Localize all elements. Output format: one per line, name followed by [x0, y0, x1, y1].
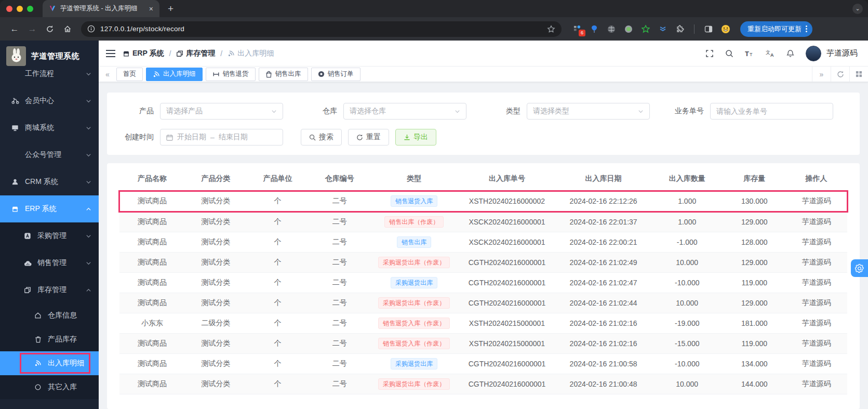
- new-tab-button[interactable]: +: [168, 3, 173, 15]
- translate-icon[interactable]: 文A: [766, 49, 775, 57]
- window-zoom-button[interactable]: [27, 6, 33, 12]
- cell-qty: -10.000: [651, 353, 724, 374]
- search-icon[interactable]: [725, 49, 733, 58]
- sidebar-item-工作流程[interactable]: 工作流程: [0, 68, 99, 87]
- cell-warehouse: 二号: [309, 191, 370, 212]
- window-minimize-button[interactable]: [17, 6, 23, 12]
- table-row[interactable]: 测试商品测试分类个二号采购退货出库CGTH202402160000012024-…: [119, 353, 847, 374]
- breadcrumb-item-库存管理[interactable]: 库存管理: [176, 49, 215, 58]
- cell-operator: 芋道源码: [785, 374, 847, 394]
- expand-right-icon[interactable]: »: [812, 67, 831, 82]
- sidebar-item-库存管理[interactable]: 库存管理: [0, 276, 99, 304]
- breadcrumb-item-ERP 系统[interactable]: ERP 系统: [123, 49, 164, 58]
- tabs-scroll-left-icon[interactable]: «: [99, 70, 116, 78]
- chevron-down-icon: [86, 179, 91, 185]
- back-icon[interactable]: ←: [7, 22, 22, 36]
- cell-warehouse: 二号: [309, 333, 370, 353]
- theme-settings-button[interactable]: [851, 259, 868, 277]
- extension-blocks-icon[interactable]: 6: [572, 24, 582, 34]
- browser-menu-kebab-icon[interactable]: [806, 25, 807, 32]
- page-tab-label: 销售退货: [223, 70, 249, 78]
- biz-no-input[interactable]: [710, 103, 833, 120]
- table-row[interactable]: 测试商品测试分类个二号采购退货出库（作废）CGTH202402160000012…: [119, 293, 847, 313]
- sidebar-item-销售管理[interactable]: 销售管理: [0, 249, 99, 276]
- page-tab-销售订单[interactable]: 销售订单: [311, 68, 360, 81]
- site-info-icon[interactable]: [87, 25, 95, 33]
- sidebar-item-公众号管理[interactable]: 公众号管理: [0, 141, 99, 168]
- sidebar-item-仓库信息[interactable]: 仓库信息: [0, 304, 99, 327]
- table-row[interactable]: 测试商品测试分类个二号采购退货出库CGTH202402160000012024-…: [119, 272, 847, 293]
- green-circle-extension-icon[interactable]: [623, 24, 634, 34]
- warehouse-filter-label: 仓库: [301, 107, 337, 116]
- cell-warehouse: 二号: [309, 252, 370, 272]
- cell-category: 测试分类: [185, 333, 247, 353]
- sidebar-item-产品库存[interactable]: 产品库存: [0, 327, 99, 351]
- table-row[interactable]: 测试商品测试分类个二号销售出库（作废）XSCK20240216000001202…: [119, 212, 847, 232]
- export-button[interactable]: 导出: [395, 129, 436, 146]
- page-tab-销售退货[interactable]: 销售退货: [206, 68, 256, 81]
- grid-icon[interactable]: [849, 67, 868, 82]
- restart-update-button[interactable]: 重新启动即可更新: [740, 21, 812, 37]
- crm-icon: [10, 178, 20, 186]
- cell-operator: 芋道源码: [785, 293, 847, 313]
- font-size-icon[interactable]: TT: [745, 50, 754, 57]
- reset-button[interactable]: 重置: [348, 129, 389, 146]
- table-row[interactable]: 测试商品测试分类个二号采购退货出库（作废）CGTH202402160000012…: [119, 374, 847, 394]
- blue-chevrons-extension-icon[interactable]: [658, 24, 668, 34]
- browser-tab[interactable]: 芋道管理系统 - 出入库明细 ×: [43, 0, 159, 17]
- refresh-icon[interactable]: [831, 67, 849, 82]
- collapse-menu-icon[interactable]: [106, 49, 115, 58]
- table-row[interactable]: 测试商品测试分类个二号销售出库XSCK202402160000012024-02…: [119, 232, 847, 252]
- search-button[interactable]: 搜索: [301, 129, 342, 146]
- cell-no: CGTH20240216000001: [458, 293, 556, 313]
- page-tab-首页[interactable]: 首页: [116, 68, 143, 81]
- other-in-icon: [33, 384, 43, 391]
- user-avatar[interactable]: [806, 46, 821, 61]
- side-panel-icon[interactable]: [703, 24, 714, 34]
- sidebar-item-ERP 系统[interactable]: ERP 系统: [0, 195, 99, 222]
- bookmark-star-icon[interactable]: [547, 25, 555, 33]
- home-icon[interactable]: [60, 22, 75, 36]
- type-select[interactable]: 请选择类型: [527, 103, 650, 120]
- table-row[interactable]: 测试商品测试分类个二号销售退货入库（作废）XSTH202402150000012…: [119, 333, 847, 353]
- page-tab-label: 销售出库: [275, 70, 301, 78]
- sidebar-item-会员中心[interactable]: 会员中心: [0, 87, 99, 114]
- table-row[interactable]: 测试商品测试分类个二号销售退货入库XSTH202402160000022024-…: [119, 191, 847, 212]
- bell-icon[interactable]: [786, 49, 794, 58]
- profile-emoji-icon[interactable]: [720, 24, 731, 34]
- balloon-extension-icon[interactable]: [589, 24, 599, 34]
- cell-product: 测试商品: [119, 252, 185, 272]
- green-star-extension-icon[interactable]: [640, 24, 651, 34]
- fullscreen-icon[interactable]: [705, 49, 714, 58]
- sidebar-item-出入库明细[interactable]: 出入库明细: [0, 351, 99, 375]
- page-tab-销售出库[interactable]: 销售出库: [259, 68, 308, 81]
- cell-unit: 个: [247, 313, 309, 333]
- product-select-placeholder: 请选择产品: [166, 107, 271, 116]
- update-button-label: 重新启动即可更新: [747, 24, 802, 34]
- table-row[interactable]: 测试商品测试分类个二号采购退货出库（作废）CGTH202402160000012…: [119, 252, 847, 272]
- table-row[interactable]: 小东东二级分类个二号销售退货入库（作废）XSTH2024021500000120…: [119, 313, 847, 333]
- dark-globe-extension-icon[interactable]: [606, 24, 617, 34]
- page-tab-出入库明细[interactable]: 出入库明细: [146, 68, 203, 81]
- product-select[interactable]: 请选择产品: [160, 103, 283, 120]
- breadcrumb-item-出入库明细[interactable]: 出入库明细: [228, 49, 274, 58]
- sidebar-item-商城系统[interactable]: 商城系统: [0, 114, 99, 141]
- cell-stock: 119.000: [724, 333, 785, 353]
- date-range-picker[interactable]: 开始日期 – 结束日期: [160, 129, 283, 146]
- cell-unit: 个: [247, 353, 309, 374]
- tab-search-chevron-icon[interactable]: ⌄: [852, 4, 863, 14]
- window-close-button[interactable]: [6, 6, 12, 12]
- records-table: 产品名称产品分类产品单位仓库编号类型出入库单号出入库日期出入库数量库存量操作人 …: [119, 166, 847, 394]
- app-logo-row[interactable]: 芋道管理系统: [0, 41, 99, 68]
- address-bar[interactable]: 127.0.0.1/erp/stock/record: [81, 21, 562, 37]
- username[interactable]: 芋道源码: [826, 48, 858, 58]
- table-header-row: 产品名称产品分类产品单位仓库编号类型出入库单号出入库日期出入库数量库存量操作人: [119, 166, 847, 191]
- extensions-puzzle-icon[interactable]: [675, 24, 685, 34]
- sidebar-item-采购管理[interactable]: 采购管理: [0, 222, 99, 249]
- tab-close-icon[interactable]: ×: [149, 5, 153, 13]
- sidebar-item-CRM 系统[interactable]: CRM 系统: [0, 168, 99, 195]
- sidebar-item-其它入库[interactable]: 其它入库: [0, 375, 99, 399]
- warehouse-select[interactable]: 请选择仓库: [343, 103, 466, 120]
- forward-icon[interactable]: →: [25, 22, 39, 36]
- reload-icon[interactable]: [43, 22, 57, 36]
